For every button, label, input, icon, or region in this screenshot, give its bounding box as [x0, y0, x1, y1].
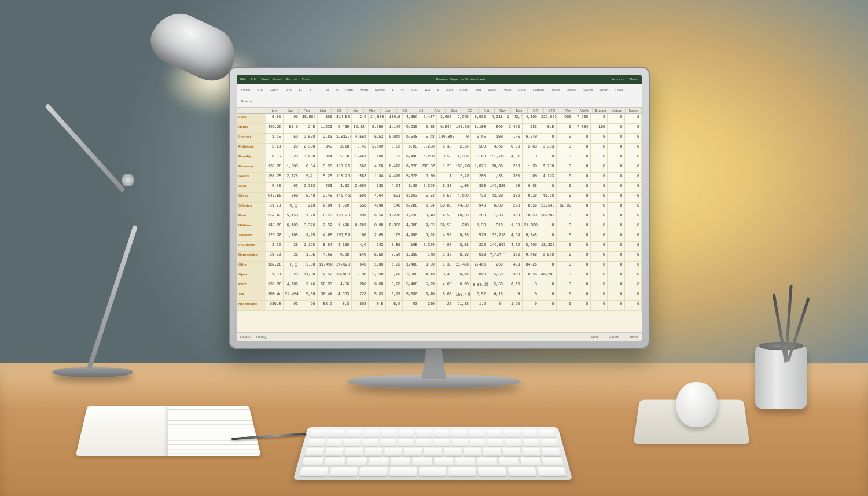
cell[interactable]: 0 — [608, 252, 625, 261]
cell[interactable]: 5.32 — [420, 193, 437, 202]
cell[interactable]: 558 — [352, 203, 369, 212]
spreadsheet-app[interactable]: File Edit View Insert Format Data Financ… — [237, 75, 642, 341]
cell[interactable]: 3.18 — [334, 144, 352, 153]
cell[interactable]: 230.06 — [420, 163, 437, 172]
cell[interactable]: 0 — [591, 301, 608, 310]
cell[interactable]: 4.68 — [318, 252, 335, 261]
cell[interactable]: 0 — [625, 173, 642, 182]
cell[interactable]: 1,208 — [284, 163, 301, 172]
table-row[interactable]: Rents466.3958.62451,2339,43912,3245,3561… — [237, 124, 642, 134]
cell[interactable]: 0 — [557, 144, 574, 153]
table-row[interactable]: EBIT138.204,7863.4650.384,562989.085,285… — [237, 281, 642, 291]
cell[interactable]: 9.08 — [369, 281, 386, 291]
cell[interactable]: 6,68 — [334, 252, 352, 261]
cell[interactable]: 0 — [573, 144, 591, 153]
cell[interactable]: 7,688 — [573, 114, 591, 123]
cell[interactable]: 9,668 — [523, 252, 540, 261]
cell[interactable]: 0 — [557, 262, 574, 271]
cell[interactable]: 0 — [557, 242, 574, 251]
cell[interactable]: 0 — [625, 114, 642, 123]
ribbon-button[interactable]: 100% — [486, 87, 499, 93]
ribbon-button[interactable]: Format — [531, 87, 546, 93]
cell[interactable]: 318 — [488, 222, 506, 232]
cell[interactable]: 7,843,下 — [488, 252, 506, 261]
ribbon-button[interactable]: Chart — [598, 87, 611, 93]
cell[interactable]: 0 — [591, 262, 608, 271]
row-header[interactable]: Rent — [237, 212, 266, 222]
cell[interactable]: 0 — [591, 144, 608, 153]
cell[interactable]: 0 — [557, 222, 574, 232]
table-row[interactable]: Fees0.059635,509300314.582.624,530106.54… — [237, 114, 642, 124]
cell[interactable]: 5,21 — [300, 173, 318, 182]
cell[interactable]: 146,003 — [437, 134, 454, 143]
cell[interactable]: 1,025 — [471, 163, 488, 172]
cell[interactable]: 5,88 — [403, 183, 420, 192]
cell[interactable]: 11,490 — [318, 262, 335, 271]
cell[interactable]: 148.20 — [266, 222, 284, 232]
cell[interactable]: 6.20 — [420, 173, 437, 182]
cell[interactable]: 1.65 — [266, 134, 284, 143]
cell[interactable]: 6,240 — [523, 134, 540, 143]
share-button[interactable]: Share — [629, 78, 638, 81]
cell[interactable]: 0 — [625, 193, 642, 202]
cell[interactable]: 6.56 — [437, 193, 454, 202]
row-header[interactable]: Fees — [237, 114, 266, 123]
column-header[interactable]: Aug — [429, 108, 446, 113]
cell[interactable]: 24,338 — [523, 222, 540, 232]
cell[interactable]: 5.33 — [437, 183, 454, 192]
menu-item[interactable]: Format — [286, 78, 297, 81]
cell[interactable]: 2,437 — [420, 114, 437, 123]
ribbon-button[interactable]: Find — [472, 87, 484, 93]
cell[interactable]: 0 — [608, 271, 625, 281]
table-row[interactable]: Goods155.252,1285,215.28110.265831.844,4… — [237, 173, 642, 183]
cell[interactable]: 9.30 — [266, 183, 284, 192]
cell[interactable]: 5.28 — [318, 173, 335, 182]
cell[interactable]: 5,366 — [420, 183, 437, 192]
cell[interactable]: 1,00 — [266, 271, 284, 281]
cell[interactable]: 0 — [539, 222, 557, 232]
cell[interactable]: 58.6 — [284, 124, 301, 133]
cell[interactable]: 138,218 — [488, 232, 506, 241]
cell[interactable]: 6,788 — [539, 163, 557, 172]
cell[interactable]: 2.65 — [369, 232, 386, 241]
cell[interactable]: 010 — [471, 252, 488, 261]
cell[interactable]: 4,470 — [386, 173, 403, 182]
cell[interactable]: 0 — [539, 291, 557, 300]
cell[interactable]: 1 — [437, 173, 454, 182]
cell[interactable]: 8,38 — [454, 252, 472, 261]
row-header[interactable]: Depreciation — [237, 252, 266, 261]
table-row[interactable]: Salaries51.783,目2109,841,8295584,981406,… — [237, 203, 642, 212]
cell[interactable]: 640 — [352, 262, 369, 271]
cell[interactable]: 9,248 — [523, 232, 540, 241]
cell[interactable]: 20 — [284, 144, 301, 153]
cell[interactable]: 1,488 — [403, 262, 420, 271]
cell[interactable]: 360 — [284, 193, 301, 202]
cell[interactable]: 93 — [403, 301, 420, 310]
cell[interactable]: 0 — [625, 301, 642, 310]
cell[interactable]: 46,200 — [539, 271, 557, 281]
cell[interactable]: 0 — [557, 252, 574, 261]
cell[interactable]: 5,488 — [403, 281, 420, 291]
cell[interactable]: 9.28 — [523, 193, 540, 202]
cell[interactable]: 0 — [608, 291, 625, 300]
column-header[interactable]: Nov — [495, 108, 511, 113]
column-header[interactable]: YTD — [544, 108, 560, 113]
cell[interactable]: 0 — [539, 183, 557, 192]
cell[interactable]: 6.38 — [437, 144, 454, 153]
cell[interactable]: 4,786 — [284, 281, 301, 291]
cell[interactable]: 1.84 — [369, 173, 386, 182]
cell[interactable]: 5,58 — [488, 271, 506, 281]
ribbon-button[interactable]: $ — [389, 87, 396, 93]
cell[interactable]: 1,90 — [523, 173, 540, 182]
cell[interactable]: 0 — [625, 163, 642, 172]
cell[interactable]: 0 — [557, 301, 574, 310]
cell[interactable]: 268 — [505, 163, 523, 172]
cell[interactable]: 0 — [591, 281, 608, 291]
cell[interactable]: 4.64 — [369, 193, 386, 202]
cell[interactable]: 28 — [284, 252, 301, 261]
table-row[interactable]: Telecom125.301,1988,954,98106,591602.651… — [237, 232, 642, 242]
ribbon-button[interactable]: % — [398, 87, 406, 93]
column-header[interactable]: Jun — [381, 108, 397, 113]
cell[interactable]: 18,58 — [454, 212, 472, 222]
cell[interactable]: 0.84 — [300, 163, 318, 172]
